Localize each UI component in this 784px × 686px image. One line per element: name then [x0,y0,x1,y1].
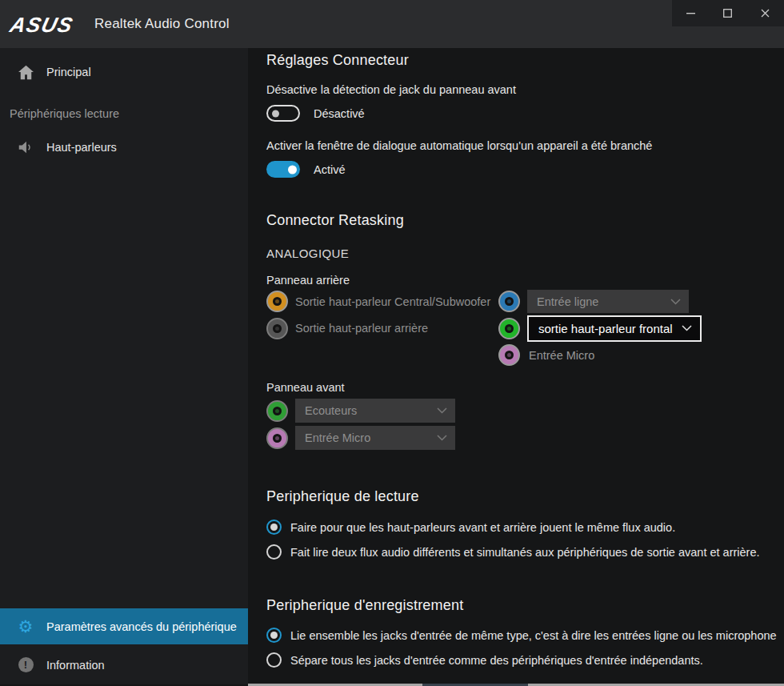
section-title-playback-device: Peripherique de lecture [266,488,419,505]
section-title-recording-device: Peripherique d'enregistrement [266,597,463,614]
recording-options: Lie ensemble les jacks d'entrée de même … [266,623,784,672]
playback-option-two-streams[interactable]: Fait lire deux flux audio différents et … [266,540,784,564]
chevron-down-icon [437,407,447,414]
radio-unselected-icon[interactable] [266,544,282,560]
front-panel-grid: Ecouteurs Entrée Micro [266,397,455,451]
jack-hole [505,324,514,333]
close-button[interactable] [746,0,784,26]
headphones-dropdown[interactable]: Ecouteurs [295,399,455,423]
auto-popup-toggle[interactable] [266,161,300,178]
jack-orange-center-subwoofer [266,291,288,312]
rear-panel-label: Panneau arrière [266,274,350,287]
minimize-button[interactable] [672,0,710,26]
line-in-dropdown[interactable]: Entrée ligne [527,290,689,313]
toggle-knob [288,165,297,174]
dropdown-value: Entrée ligne [537,295,598,308]
maximize-icon [723,9,732,18]
section-title-connector-retasking: Connector Retasking [266,212,404,229]
home-icon [16,65,35,80]
jack-pink-mic-in [498,344,520,366]
close-icon [761,9,770,18]
sidebar-item-label: Information [46,659,105,672]
sidebar-item-label: Principal [46,66,91,78]
playback-option-same-stream[interactable]: Faire pour que les haut-parleurs avant e… [266,515,784,540]
app-window: ASUS Realtek Audio Control Principal Pér… [0,0,784,686]
chevron-down-icon [682,325,692,331]
section-title-connector-settings: Réglages Connecteur [266,52,409,69]
front-jack-detection-toggle[interactable] [266,105,300,122]
radio-unselected-icon[interactable] [266,652,282,668]
playback-options: Faire pour que les haut-parleurs avant e… [266,515,784,564]
sidebar-section-playback-devices: Périphériques lecture [10,107,119,120]
window-controls [672,0,784,26]
speaker-icon [16,140,35,154]
jack-pink-front-mic [266,427,288,449]
jack-gray-rear-speaker [266,318,288,339]
jack-hole [505,351,514,359]
rear-left-label: Sortie haut-parleur Central/Subwoofer [295,295,498,308]
jack-blue-line-in [498,291,520,312]
jack-green-front-speaker-out [498,318,520,339]
analog-label: ANALOGIQUE [266,247,349,260]
gear-icon: ⚙ [16,618,35,635]
rear-panel-grid: Sortie haut-parleur Central/Subwoofer En… [266,288,702,369]
sidebar-item-label: Haut-parleurs [46,141,117,154]
dropdown-value: sortie haut-parleur frontal [538,322,673,335]
jack-hole [273,324,282,333]
front-jack-detection-row: Désactivé [266,105,365,122]
auto-popup-label: Activer la fenêtre de dialogue automatiq… [266,139,652,152]
sidebar-item-information[interactable]: ! Information [0,647,248,683]
radio-selected-icon[interactable] [266,628,282,643]
dropdown-value: Ecouteurs [305,404,357,417]
sidebar-item-speakers[interactable]: Haut-parleurs [0,130,248,165]
jack-green-headphones [266,400,288,422]
chevron-down-icon [670,299,681,305]
front-speaker-out-dropdown[interactable]: sortie haut-parleur frontal [527,315,702,342]
front-panel-label: Panneau avant [266,381,345,394]
jack-hole [273,297,282,306]
jack-hole [505,297,514,306]
sidebar-item-label: Paramètres avancés du périphérique [46,620,237,633]
jack-hole [273,434,282,443]
sidebar-item-advanced-settings[interactable]: ⚙ Paramètres avancés du périphérique [0,608,248,644]
sidebar-item-principal[interactable]: Principal [0,54,248,90]
toggle-knob [272,110,279,117]
recording-option-separate-jacks[interactable]: Sépare tous les jacks d'entrée comme des… [266,648,784,672]
app-title: Realtek Audio Control [94,16,230,32]
rear-left-label: Sortie haut-parleur arrière [295,322,498,335]
toggle-state-label: Désactivé [314,107,365,120]
toggle-state-label: Activé [314,163,346,176]
front-mic-dropdown[interactable]: Entrée Micro [295,426,455,450]
maximize-button[interactable] [710,0,747,26]
minimize-icon [686,13,695,14]
jack-hole [273,407,282,415]
asus-logo: ASUS [7,13,76,38]
auto-popup-row: Activé [266,161,346,178]
main-content: Réglages Connecteur Désactive la détecti… [248,48,784,684]
chevron-down-icon [437,435,447,441]
title-bar: ASUS Realtek Audio Control [0,0,784,48]
mic-in-label: Entrée Micro [527,349,702,362]
sidebar: Principal Périphériques lecture Haut-par… [0,48,248,684]
front-jack-detection-label: Désactive la détection de jack du pannea… [266,83,516,96]
dropdown-value: Entrée Micro [305,431,370,444]
recording-option-tie-jacks[interactable]: Lie ensemble les jacks d'entrée de même … [266,623,784,648]
info-icon: ! [16,657,35,672]
sidebar-bottom: ⚙ Paramètres avancés du périphérique ! I… [0,608,248,683]
radio-selected-icon[interactable] [266,520,282,535]
